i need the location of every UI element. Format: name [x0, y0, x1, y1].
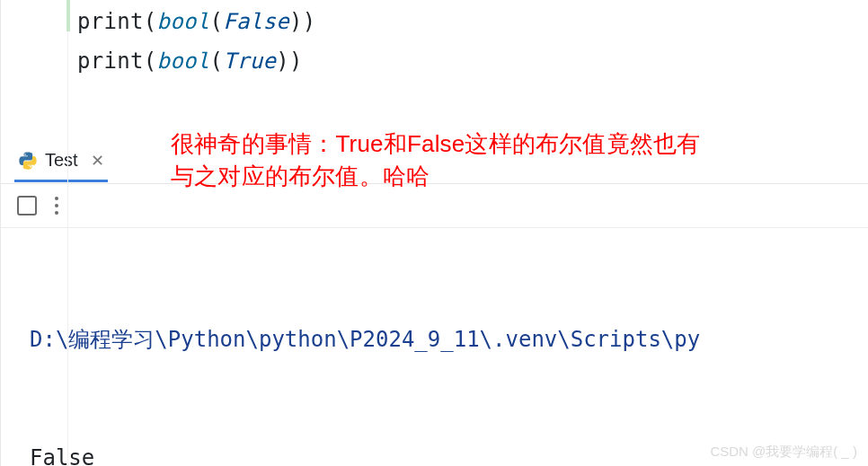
watermark: CSDN @我要学编程( _ ) [710, 444, 857, 461]
function-call: print [77, 9, 144, 34]
annotation-line: 很神奇的事情：True和False这样的布尔值竟然也有 [171, 127, 700, 160]
constant: False [223, 9, 289, 34]
builtin-call: bool [157, 48, 210, 74]
code-editor[interactable]: print(bool(False)) print(bool(True)) 很神奇… [0, 0, 868, 466]
user-annotation: 很神奇的事情：True和False这样的布尔值竟然也有 与之对应的布尔值。哈哈 [171, 127, 700, 192]
vcs-change-marker [66, 0, 70, 31]
constant: True [223, 48, 276, 74]
run-command-path: D:\编程学习\Python\python\P2024_9_11\.venv\S… [30, 320, 868, 359]
builtin-call: bool [157, 9, 210, 34]
annotation-line: 与之对应的布尔值。哈哈 [171, 160, 700, 192]
function-call: print [77, 48, 144, 74]
close-icon[interactable]: ✕ [85, 151, 104, 171]
console-output[interactable]: D:\编程学习\Python\python\P2024_9_11\.venv\S… [1, 228, 868, 466]
code-line[interactable]: print(bool(False)) [77, 2, 868, 41]
code-content[interactable]: print(bool(False)) print(bool(True)) [1, 0, 868, 81]
code-line[interactable]: print(bool(True)) [77, 41, 868, 81]
line-gutter [1, 0, 68, 466]
